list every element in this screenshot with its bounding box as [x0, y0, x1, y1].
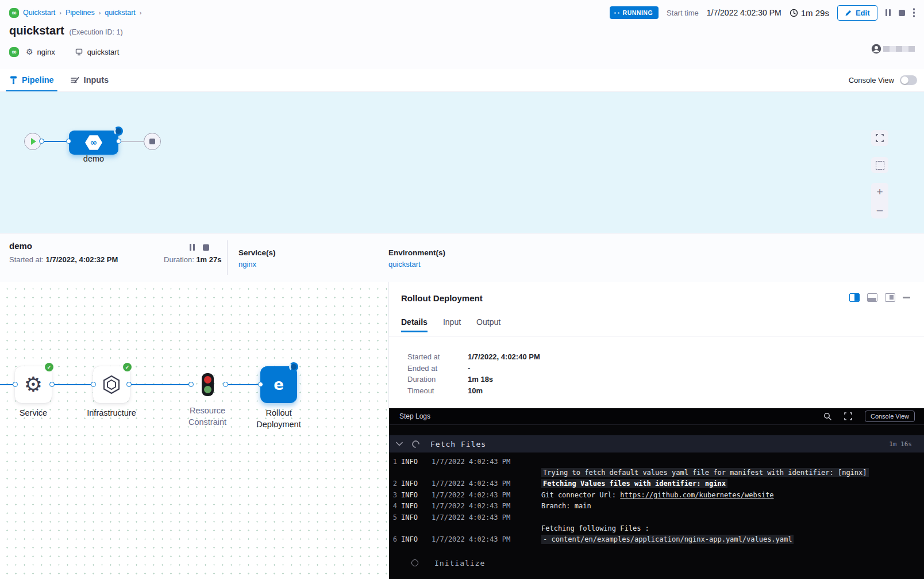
breadcrumb-link-pipeline-name[interactable]: quickstart: [105, 9, 136, 17]
end-node[interactable]: [144, 133, 161, 150]
connector-port[interactable]: [66, 139, 71, 144]
table-row: Timeout 10m: [407, 385, 540, 397]
stage-duration-label: Duration:: [164, 255, 194, 264]
pipeline-stage-canvas[interactable]: ∞ demo + –: [0, 92, 924, 233]
canvas-fullscreen-button[interactable]: [871, 130, 888, 146]
table-row: Duration 1m 18s: [407, 374, 540, 385]
execution-title-row: quickstart (Execution ID: 1): [9, 24, 123, 37]
tab-input[interactable]: Input: [443, 317, 461, 332]
chevron-down-icon: [396, 442, 403, 446]
log-section-initialize[interactable]: Initialize: [389, 554, 924, 572]
step-detail-panel: Rollout Deployment Details Input Output …: [389, 282, 924, 579]
connector-port[interactable]: [188, 382, 194, 387]
connector-port[interactable]: [39, 139, 44, 144]
connector-port[interactable]: [49, 382, 55, 387]
layout-right-panel-icon[interactable]: [849, 293, 860, 302]
connector-port[interactable]: [116, 139, 121, 144]
play-icon: [31, 138, 36, 145]
layout-overlay-panel-icon[interactable]: [885, 293, 895, 302]
status-badge: RUNNING: [610, 6, 659, 19]
triggered-by-user: [871, 44, 915, 54]
pencil-icon: [845, 9, 852, 17]
stage-node-label: demo: [52, 154, 136, 163]
execution-tags: ∞ ⚙ nginx quickstart: [9, 45, 915, 58]
start-time-value: 1/7/2022 4:02:30 PM: [707, 8, 781, 17]
log-line: 3 INFO 1/7/2022 4:02:43 PM Git connector…: [389, 489, 924, 500]
stage-started-value: 1/7/2022, 4:02:32 PM: [46, 255, 118, 264]
stage-node-demo[interactable]: ∞: [69, 131, 118, 155]
service-link-nginx[interactable]: nginx: [238, 260, 256, 269]
step-panel-title: Rollout Deployment: [401, 293, 483, 303]
log-lines: 1 INFO 1/7/2022 4:02:43 PM Trying to fet…: [389, 456, 924, 545]
step-node-service[interactable]: ⚙: [15, 366, 52, 403]
step-execution-canvas[interactable]: ⚙ ✓ ✓ e: [0, 282, 388, 579]
tab-details[interactable]: Details: [401, 317, 428, 332]
log-line: 4 INFO 1/7/2022 4:02:43 PM Branch: main: [389, 501, 924, 512]
connector-port[interactable]: [13, 382, 18, 387]
log-line: 6 INFO 1/7/2022 4:02:43 PM - content/en/…: [389, 534, 924, 545]
cd-module-icon: ∞: [9, 47, 19, 57]
tab-pipeline[interactable]: Pipeline: [9, 69, 54, 91]
pause-execution-button[interactable]: [886, 9, 891, 16]
pause-icon: [190, 244, 195, 251]
search-icon[interactable]: [823, 412, 831, 420]
log-section-fetch-files[interactable]: Fetch Files 1m 16s: [389, 435, 924, 453]
tab-inputs[interactable]: Inputs: [70, 69, 109, 91]
environment-link-quickstart[interactable]: quickstart: [388, 260, 421, 269]
zoom-out-button[interactable]: –: [877, 204, 883, 215]
breadcrumb-link-quickstart[interactable]: Quickstart: [23, 9, 55, 17]
environment-tag[interactable]: quickstart: [75, 48, 120, 56]
stage-duration-value: 1m 27s: [196, 255, 221, 264]
connector-port[interactable]: [126, 382, 132, 387]
edge-stage-to-end: [118, 141, 145, 142]
step-label-infrastructure: Infrastructure: [68, 407, 155, 419]
stop-icon: [149, 139, 155, 144]
tab-output[interactable]: Output: [476, 317, 500, 332]
connector-port[interactable]: [91, 382, 96, 387]
layout-bottom-panel-icon[interactable]: [867, 293, 877, 302]
start-time-label: Start time: [667, 9, 699, 17]
logs-fullscreen-icon[interactable]: [844, 412, 852, 420]
service-tag[interactable]: ⚙ nginx: [26, 48, 55, 56]
breadcrumb-separator: ›: [59, 9, 61, 16]
pipeline-icon: [9, 75, 18, 85]
zoom-in-button[interactable]: +: [876, 186, 883, 197]
step-panel-tabs: Details Input Output: [401, 317, 500, 332]
log-section-duration: 1m 16s: [889, 440, 912, 448]
step-node-resource-constraint[interactable]: [202, 373, 214, 396]
inputs-icon: [70, 76, 80, 85]
minimize-panel-icon[interactable]: [903, 297, 910, 298]
pause-icon: [886, 9, 891, 16]
canvas-select-button[interactable]: [871, 157, 888, 173]
section-running-spinner-icon: [410, 439, 421, 449]
table-row: Ended at -: [407, 363, 540, 374]
breadcrumb-separator: ›: [140, 9, 142, 16]
step-label-rollout-deployment: Rollout Deployment: [236, 407, 322, 430]
console-view-toggle[interactable]: [900, 75, 917, 85]
connector-port[interactable]: [258, 382, 263, 387]
edge-start-to-stage: [41, 141, 69, 142]
stage-pause-button[interactable]: [190, 244, 195, 251]
step-label-service: Service: [0, 407, 76, 419]
harness-step-icon: e: [274, 376, 284, 393]
page-title: quickstart: [9, 24, 64, 37]
connector-port[interactable]: [223, 382, 228, 387]
log-line: 5 INFO 1/7/2022 4:02:43 PM: [389, 512, 924, 523]
fullscreen-icon: [876, 134, 884, 142]
services-label: Service(s): [238, 248, 276, 257]
git-connector-link[interactable]: https://github.com/kubernetes/website: [620, 491, 773, 499]
breadcrumb-link-pipelines[interactable]: Pipelines: [66, 9, 95, 17]
logs-console-view-button[interactable]: Console View: [865, 411, 915, 422]
more-options-button[interactable]: [913, 8, 915, 17]
edge: [129, 384, 192, 385]
edit-button[interactable]: Edit: [837, 5, 877, 21]
step-node-infrastructure[interactable]: [93, 366, 130, 403]
execution-id: (Execution ID: 1): [70, 28, 123, 36]
success-check-icon: ✓: [45, 363, 53, 371]
step-node-rollout-deployment[interactable]: e: [260, 366, 297, 403]
service-gear-icon: ⚙: [24, 374, 43, 395]
clock-icon: [790, 9, 798, 17]
stage-stop-button[interactable]: [203, 244, 209, 251]
step-logs-title: Step Logs: [399, 412, 430, 420]
abort-execution-button[interactable]: [899, 10, 905, 16]
